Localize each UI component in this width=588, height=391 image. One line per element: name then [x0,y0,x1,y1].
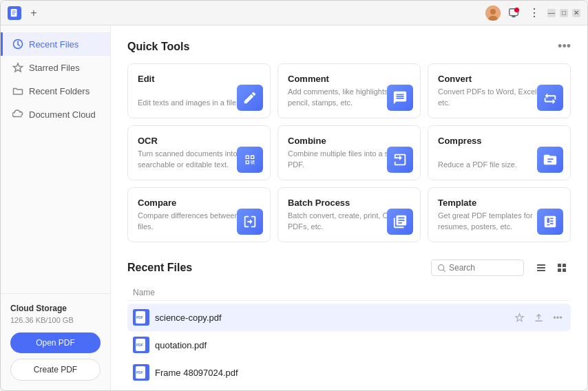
svg-rect-17 [537,267,545,268]
svg-line-12 [18,45,20,46]
edit-tool-icon [237,85,263,111]
table-row[interactable]: PDF quotation.pdf [127,331,571,359]
svg-rect-2 [12,12,16,12]
tool-combine[interactable]: Combine Combine multiple files into a si… [277,125,421,180]
svg-rect-3 [12,13,15,14]
sidebar-bottom: Cloud Storage 126.36 KB/100 GB Open PDF … [1,293,110,390]
tool-name: Convert [438,74,560,84]
quick-tools-title: Quick Tools [127,41,189,53]
list-view-button[interactable] [532,259,550,277]
cloud-storage-label: Cloud Storage [10,304,101,313]
cloud-storage-size: 126.36 KB/100 GB [10,316,101,324]
more-file-button[interactable]: ••• [550,310,565,325]
open-pdf-button[interactable]: Open PDF [10,332,101,353]
pdf-file-icon: PDF [133,309,149,326]
files-table: Name PDF science-copy.pdf [127,285,571,386]
compare-tool-icon [237,209,263,235]
sidebar-item-document-cloud[interactable]: Document Cloud [1,103,110,126]
search-box[interactable] [431,260,524,276]
tool-name: Template [438,198,560,208]
tool-name: Comment [288,74,410,84]
tool-batch-process[interactable]: Batch Process Batch convert, create, pri… [277,187,421,242]
table-row[interactable]: PDF science-copy.pdf ••• [127,304,571,331]
app-icon [8,6,21,20]
svg-marker-25 [515,313,523,321]
svg-rect-8 [512,15,515,17]
table-row[interactable]: PDF Frame 48097024.pdf [127,359,571,386]
svg-line-15 [443,269,445,271]
file-name: science-copy.pdf [155,313,506,323]
sidebar-item-starred-files[interactable]: Starred Files [1,56,110,79]
restore-button[interactable]: □ [560,9,568,17]
svg-rect-19 [558,264,561,267]
combine-tool-icon [387,147,413,173]
create-pdf-button[interactable]: Create PDF [10,359,101,381]
quick-tools-header: Quick Tools ••• [127,39,571,54]
upload-file-button[interactable] [531,310,546,325]
add-tab-button[interactable]: + [27,6,41,20]
file-name: Frame 48097024.pdf [155,368,565,378]
recent-files-controls [431,259,571,277]
app-content: Recent Files Starred Files Recent Folder… [1,25,587,390]
svg-point-5 [490,9,496,14]
svg-rect-20 [563,264,566,267]
svg-rect-21 [558,268,561,272]
sidebar-item-label: Starred Files [29,63,80,73]
tool-name: OCR [138,136,260,146]
app-window: + ⋮ — □ ✕ Rece [0,0,588,391]
tool-name: Compare [138,198,260,208]
sidebar: Recent Files Starred Files Recent Folder… [1,25,111,390]
tool-edit[interactable]: Edit Edit texts and images in a file. [127,63,271,118]
sidebar-item-label: Document Cloud [29,109,96,120]
tool-comment[interactable]: Comment Add comments, like highlights, p… [277,63,421,118]
tool-compare[interactable]: Compare Compare differences between two … [127,187,271,242]
quick-tools-more-button[interactable]: ••• [558,39,571,54]
tool-convert[interactable]: Convert Convert PDFs to Word, Excel, PPT… [428,63,571,118]
recent-files-title: Recent Files [127,262,192,274]
star-icon [12,62,23,73]
tool-name: Compress [438,136,560,146]
svg-marker-13 [14,63,23,72]
view-icons [532,259,571,277]
grid-view-button[interactable] [553,259,571,277]
search-icon [437,264,446,273]
sidebar-item-label: Recent Folders [29,86,90,96]
convert-tool-icon [537,85,563,111]
pdf-file-icon: PDF [133,364,149,381]
svg-rect-16 [537,264,545,266]
close-button[interactable]: ✕ [572,9,580,17]
tool-template[interactable]: Template Get great PDF templates for res… [428,187,571,242]
tool-ocr[interactable]: OCR Turn scanned documents into searchab… [127,125,271,180]
recent-files-header: Recent Files [127,259,571,277]
svg-point-9 [514,7,519,12]
tool-name: Batch Process [288,198,410,208]
file-actions: ••• [512,310,565,325]
tool-compress[interactable]: Compress Reduce a PDF file size. [428,125,571,180]
svg-text:PDF: PDF [136,343,143,347]
window-controls: — □ ✕ [547,9,580,17]
sidebar-item-recent-files[interactable]: Recent Files [1,32,110,56]
cloud-icon [12,109,23,120]
compress-tool-icon [537,147,563,173]
svg-text:PDF: PDF [136,315,143,319]
sidebar-item-recent-folders[interactable]: Recent Folders [1,79,110,103]
folder-icon [12,85,23,96]
ocr-tool-icon [237,147,263,173]
star-file-button[interactable] [512,310,527,325]
minimize-button[interactable]: — [547,9,556,17]
svg-rect-18 [537,270,545,271]
template-tool-icon [537,209,563,235]
column-name: Name [133,288,155,297]
files-table-header: Name [127,285,571,301]
svg-rect-1 [12,10,16,11]
tools-grid: Edit Edit texts and images in a file. Co… [127,63,571,242]
clock-icon [12,39,23,50]
search-input[interactable] [449,263,518,273]
titlebar: + ⋮ — □ ✕ [1,1,587,25]
titlebar-right: ⋮ — □ ✕ [485,6,580,21]
notification-icon[interactable] [506,6,521,21]
comment-tool-icon [387,85,413,111]
sidebar-item-label: Recent Files [29,39,78,50]
more-options-icon[interactable]: ⋮ [527,6,542,21]
titlebar-left: + [8,6,41,20]
